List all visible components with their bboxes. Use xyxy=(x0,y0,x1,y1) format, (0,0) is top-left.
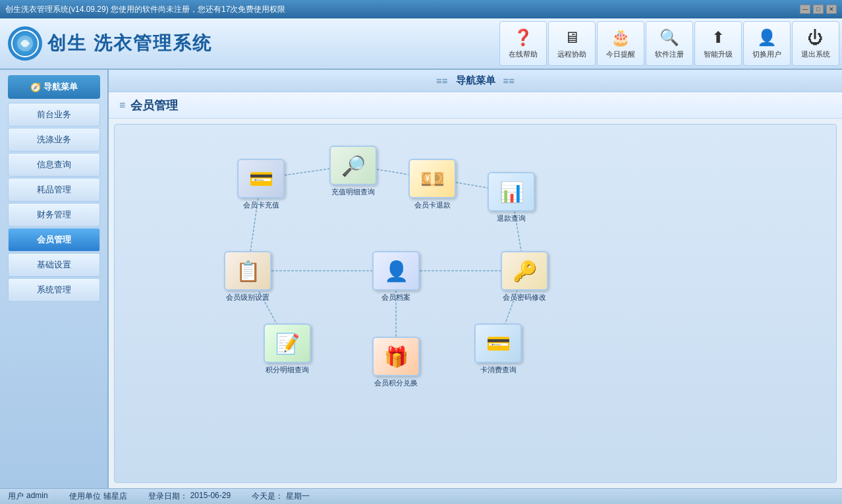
node-points-exchange[interactable]: 🎁会员积分兑换 xyxy=(366,337,426,388)
recharge-detail-label: 充值明细查询 xyxy=(331,187,375,197)
nav-header: ≡≡ 导航菜单 ≡≡ xyxy=(109,70,842,92)
status-unit: 使用单位 辅星店 xyxy=(69,491,127,502)
today-remind-button[interactable]: 🎂今日提醒 xyxy=(597,21,644,66)
remote-assist-button[interactable]: 🖥远程协助 xyxy=(548,21,596,66)
points-detail-icon: 📝 xyxy=(264,323,311,363)
node-card-recharge[interactable]: 💳会员卡充值 xyxy=(231,159,291,210)
titlebar-text: 创生洗衣管理系统(v14.09.29) 您使用的软件尚未注册，您还有17次免费使… xyxy=(5,4,285,15)
logo-text: 创生 洗衣管理系统 xyxy=(47,31,212,56)
refund-query-label: 退款查询 xyxy=(497,213,526,223)
sidebar-item-caiwu[interactable]: 财务管理 xyxy=(8,203,100,227)
sidebar: 🧭 导航菜单 前台业务洗涤业务信息查询耗品管理财务管理会员管理基础设置系统管理 xyxy=(0,70,109,488)
statusbar: 用户 admin 使用单位 辅星店 登录日期： 2015-06-29 今天是： … xyxy=(0,488,842,504)
sidebar-item-xinxi[interactable]: 信息查询 xyxy=(8,153,100,177)
card-refund-icon: 💴 xyxy=(408,159,456,198)
user-label: 用户 xyxy=(8,491,24,502)
switch-user-icon: 👤 xyxy=(757,28,777,47)
soft-register-button[interactable]: 🔍软件注册 xyxy=(646,21,693,66)
minimize-button[interactable]: — xyxy=(800,5,810,14)
sidebar-item-haoping[interactable]: 耗品管理 xyxy=(8,178,100,202)
content-area: ≡≡ 导航菜单 ≡≡ ≡ 会员管理 💳会员卡充值🔎充值明细查询💴会员卡退款📊退款… xyxy=(109,70,842,488)
maximize-button[interactable]: □ xyxy=(813,5,824,14)
node-points-detail[interactable]: 📝积分明细查询 xyxy=(258,323,317,375)
close-button[interactable]: ✕ xyxy=(826,5,837,14)
member-file-label: 会员档案 xyxy=(381,293,410,302)
nav-header-label: 导航菜单 xyxy=(456,74,495,87)
today-remind-icon: 🎂 xyxy=(611,28,631,47)
smart-upgrade-button[interactable]: ⬆智能升级 xyxy=(694,21,742,66)
login-label: 登录日期： xyxy=(148,491,188,502)
node-level-set[interactable]: 📋会员级别设置 xyxy=(218,251,277,302)
header: 创生 洗衣管理系统 ❓在线帮助🖥远程协助🎂今日提醒🔍软件注册⬆智能升级👤切换用户… xyxy=(0,18,842,70)
sidebar-header-label: 导航菜单 xyxy=(43,81,78,93)
node-password-change[interactable]: 🔑会员密码修改 xyxy=(495,251,554,302)
switch-user-button[interactable]: 👤切换用户 xyxy=(743,21,791,66)
online-help-label: 在线帮助 xyxy=(509,49,538,59)
nav-deco-right: ≡≡ xyxy=(503,75,515,86)
nav-deco-left: ≡≡ xyxy=(436,75,448,86)
remote-assist-label: 远程协助 xyxy=(557,49,586,59)
soft-register-icon: 🔍 xyxy=(660,28,679,47)
exit-system-button[interactable]: ⏻退出系统 xyxy=(792,21,839,66)
node-refund-query[interactable]: 📊退款查询 xyxy=(482,172,541,223)
status-today: 今天是： 星期一 xyxy=(252,491,310,502)
page-header-icon: ≡ xyxy=(119,99,125,111)
online-help-button[interactable]: ❓在线帮助 xyxy=(499,21,547,66)
diagram-area: 💳会员卡充值🔎充值明细查询💴会员卡退款📊退款查询📋会员级别设置👤会员档案🔑会员密… xyxy=(114,124,837,483)
today-label: 今天是： xyxy=(252,491,283,502)
card-consume-label: 卡消费查询 xyxy=(480,365,517,375)
today-remind-label: 今日提醒 xyxy=(606,49,635,59)
points-exchange-label: 会员积分兑换 xyxy=(374,378,418,388)
soft-register-label: 软件注册 xyxy=(655,49,684,59)
logo-icon xyxy=(8,26,42,61)
level-set-label: 会员级别设置 xyxy=(226,293,269,302)
titlebar: 创生洗衣管理系统(v14.09.29) 您使用的软件尚未注册，您还有17次免费使… xyxy=(0,0,842,18)
sidebar-item-jichu[interactable]: 基础设置 xyxy=(8,253,100,277)
titlebar-controls: — □ ✕ xyxy=(800,5,837,14)
card-recharge-icon: 💳 xyxy=(237,159,285,198)
points-detail-label: 积分明细查询 xyxy=(266,365,309,375)
sidebar-icon: 🧭 xyxy=(30,82,41,92)
login-value: 2015-06-29 xyxy=(190,491,231,502)
today-value: 星期一 xyxy=(286,491,310,502)
exit-system-label: 退出系统 xyxy=(801,49,830,59)
sidebar-item-xitong[interactable]: 系统管理 xyxy=(8,278,100,302)
password-change-label: 会员密码修改 xyxy=(503,293,546,302)
sidebar-header: 🧭 导航菜单 xyxy=(8,75,100,99)
node-member-file[interactable]: 👤会员档案 xyxy=(366,251,426,302)
card-consume-icon: 💳 xyxy=(474,323,522,363)
page-header: ≡ 会员管理 xyxy=(109,92,842,119)
user-value: admin xyxy=(26,491,48,502)
smart-upgrade-icon: ⬆ xyxy=(712,28,725,47)
toolbar: ❓在线帮助🖥远程协助🎂今日提醒🔍软件注册⬆智能升级👤切换用户⏻退出系统 xyxy=(224,21,842,66)
level-set-icon: 📋 xyxy=(224,251,271,291)
card-recharge-label: 会员卡充值 xyxy=(243,200,279,210)
main-layout: 🧭 导航菜单 前台业务洗涤业务信息查询耗品管理财务管理会员管理基础设置系统管理 … xyxy=(0,70,842,488)
node-card-consume[interactable]: 💳卡消费查询 xyxy=(468,323,528,375)
online-help-icon: ❓ xyxy=(513,28,533,47)
sidebar-item-huiyuan[interactable]: 会员管理 xyxy=(8,228,100,252)
sidebar-item-xitu[interactable]: 洗涤业务 xyxy=(8,128,100,152)
logo-name: 创生 洗衣管理系统 xyxy=(47,31,212,56)
unit-label: 使用单位 xyxy=(69,491,101,502)
node-recharge-detail[interactable]: 🔎充值明细查询 xyxy=(323,146,383,197)
status-user: 用户 admin xyxy=(8,491,48,502)
page-title: 会员管理 xyxy=(130,98,178,113)
member-file-icon: 👤 xyxy=(372,251,420,291)
unit-value: 辅星店 xyxy=(103,491,127,502)
sidebar-item-qiantai[interactable]: 前台业务 xyxy=(8,103,100,126)
points-exchange-icon: 🎁 xyxy=(372,337,420,376)
refund-query-icon: 📊 xyxy=(488,172,535,211)
password-change-icon: 🔑 xyxy=(501,251,548,291)
node-card-refund[interactable]: 💴会员卡退款 xyxy=(403,159,462,210)
exit-system-icon: ⏻ xyxy=(808,28,824,47)
smart-upgrade-label: 智能升级 xyxy=(704,49,733,59)
logo-area: 创生 洗衣管理系统 xyxy=(0,26,224,61)
card-refund-label: 会员卡退款 xyxy=(414,200,451,210)
recharge-detail-icon: 🔎 xyxy=(329,146,377,185)
switch-user-label: 切换用户 xyxy=(752,49,781,59)
status-login: 登录日期： 2015-06-29 xyxy=(148,491,231,502)
remote-assist-icon: 🖥 xyxy=(564,28,580,47)
